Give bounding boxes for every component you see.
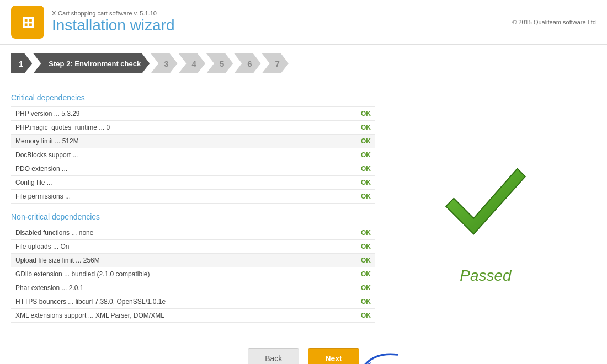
bottom-bar: Back Next (0, 337, 607, 364)
row-status: OK (348, 121, 375, 135)
checkmark-icon (436, 157, 535, 256)
row-status: OK (348, 135, 375, 148)
table-row: PHP.magic_quotes_runtime ... 0OK (11, 121, 375, 135)
table-row: Phar extension ... 2.0.1OK (11, 281, 375, 295)
step-3-number: 3 (164, 59, 168, 68)
step-2[interactable]: Step 2: Environment check (33, 53, 150, 73)
header-copyright: © 2015 Qualiteam software Ltd (512, 19, 596, 25)
row-label: DocBlocks support ... (11, 148, 348, 162)
step-5[interactable]: 5 (206, 53, 233, 73)
step-6[interactable]: 6 (234, 53, 260, 73)
row-label: File uploads ... On (11, 240, 348, 254)
arrow-hint (359, 349, 403, 364)
table-row: PHP version ... 5.3.29OK (11, 107, 375, 121)
step-7-number: 7 (275, 59, 280, 68)
header: ⊞ X-Cart shopping cart software v. 5.1.1… (0, 0, 607, 45)
row-label: Phar extension ... 2.0.1 (11, 281, 348, 295)
checkmark-container (430, 151, 541, 261)
table-row: GDlib extension ... bundled (2.1.0 compa… (11, 267, 375, 281)
table-row: File permissions ...OK (11, 190, 375, 204)
step-4-number: 4 (192, 59, 196, 68)
row-label: Upload file size limit ... 256M (11, 254, 348, 267)
critical-section-title: Critical dependencies (11, 93, 375, 102)
step-7[interactable]: 7 (262, 53, 289, 73)
noncritical-table: Disabled functions ... noneOKFile upload… (11, 226, 375, 323)
row-status: OK (348, 309, 375, 323)
row-status: OK (348, 295, 375, 309)
step-1-number: 1 (19, 59, 23, 68)
wizard-steps: 1 Step 2: Environment check 3 4 5 6 7 (0, 45, 607, 82)
row-label: GDlib extension ... bundled (2.1.0 compa… (11, 267, 348, 281)
step-5-number: 5 (220, 59, 224, 68)
main-content: Critical dependencies PHP version ... 5.… (0, 82, 607, 337)
step-1[interactable]: 1 (11, 53, 32, 73)
table-row: HTTPS bouncers ... libcurl 7.38.0, OpenS… (11, 295, 375, 309)
row-status: OK (348, 148, 375, 162)
row-label: Config file ... (11, 176, 348, 190)
table-row: XML extensions support ... XML Parser, D… (11, 309, 375, 323)
row-status: OK (348, 267, 375, 281)
step-3[interactable]: 3 (151, 53, 177, 73)
row-status: OK (348, 281, 375, 295)
row-status: OK (348, 176, 375, 190)
header-subtitle: X-Cart shopping cart software v. 5.1.10 (52, 10, 175, 17)
back-button[interactable]: Back (248, 348, 299, 364)
table-row: PDO extension ...OK (11, 162, 375, 176)
next-button[interactable]: Next (308, 348, 359, 364)
row-label: PHP version ... 5.3.29 (11, 107, 348, 121)
table-row: File uploads ... OnOK (11, 240, 375, 254)
svg-marker-0 (446, 169, 525, 234)
step-6-number: 6 (247, 59, 252, 68)
critical-table: PHP version ... 5.3.29OKPHP.magic_quotes… (11, 106, 375, 204)
noncritical-section-title: Non-critical dependencies (11, 212, 375, 221)
table-row: DocBlocks support ...OK (11, 148, 375, 162)
header-title: Installation wizard (52, 17, 175, 34)
row-status: OK (348, 162, 375, 176)
right-panel: Passed (392, 88, 579, 331)
table-row: Config file ...OK (11, 176, 375, 190)
row-status: OK (348, 240, 375, 254)
row-label: File permissions ... (11, 190, 348, 204)
row-status: OK (348, 226, 375, 240)
step-2-label: Step 2: Environment check (49, 60, 141, 68)
row-status: OK (348, 107, 375, 121)
header-text-block: X-Cart shopping cart software v. 5.1.10 … (52, 10, 175, 34)
row-label: Memory limit ... 512M (11, 135, 348, 148)
table-row: Upload file size limit ... 256MOK (11, 254, 375, 267)
table-row: Memory limit ... 512MOK (11, 135, 375, 148)
step-4[interactable]: 4 (179, 53, 205, 73)
logo-icon: ⊞ (22, 13, 34, 31)
row-label: HTTPS bouncers ... libcurl 7.38.0, OpenS… (11, 295, 348, 309)
logo-box: ⊞ (11, 6, 44, 39)
row-label: Disabled functions ... none (11, 226, 348, 240)
header-left: ⊞ X-Cart shopping cart software v. 5.1.1… (11, 6, 175, 39)
left-panel: Critical dependencies PHP version ... 5.… (11, 88, 375, 331)
row-status: OK (348, 254, 375, 267)
passed-status: Passed (460, 267, 511, 285)
row-label: PDO extension ... (11, 162, 348, 176)
table-row: Disabled functions ... noneOK (11, 226, 375, 240)
row-label: XML extensions support ... XML Parser, D… (11, 309, 348, 323)
row-label: PHP.magic_quotes_runtime ... 0 (11, 121, 348, 135)
row-status: OK (348, 190, 375, 204)
